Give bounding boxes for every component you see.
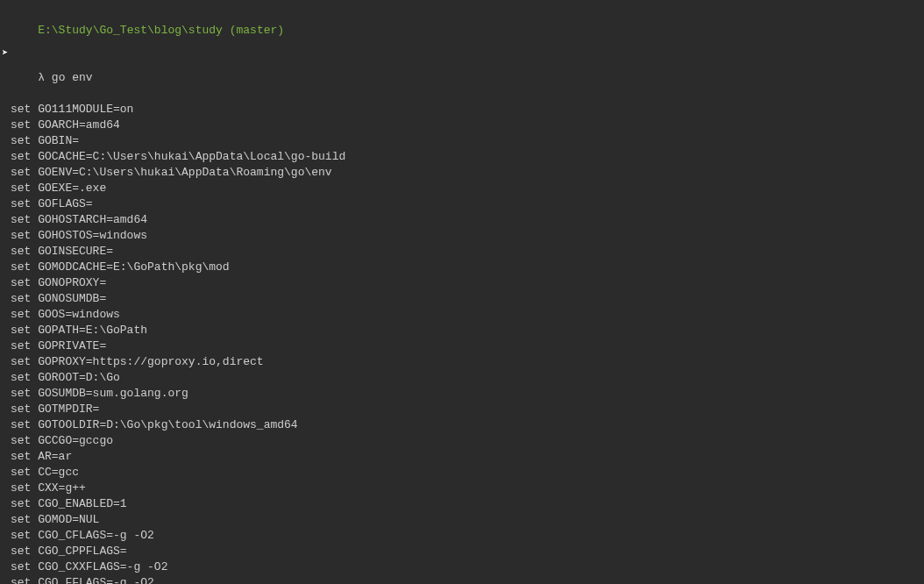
output-line: set CGO_CXXFLAGS=-g -O2	[11, 559, 913, 575]
output-line: set GOENV=C:\Users\hukai\AppData\Roaming…	[11, 165, 913, 181]
prompt-symbol: λ	[38, 71, 45, 84]
output-line: set GOFLAGS=	[11, 196, 913, 212]
output-line: set GOCACHE=C:\Users\hukai\AppData\Local…	[11, 149, 913, 165]
cursor-icon: ➤	[2, 46, 8, 61]
output-line: set CGO_CPPFLAGS=	[11, 544, 913, 559]
output-line: set GOHOSTOS=windows	[11, 228, 913, 244]
output-line: set GONOPROXY=	[11, 275, 913, 291]
output-line: set CXX=g++	[11, 481, 913, 496]
output-line: set GOROOT=D:\Go	[11, 370, 913, 386]
output-line: set GO111MODULE=on	[11, 102, 913, 118]
prompt-branch: (master)	[230, 24, 284, 37]
output-line: set CGO_ENABLED=1	[11, 496, 913, 512]
output-line: set AR=ar	[11, 449, 913, 465]
output-line: set GOPRIVATE=	[11, 338, 913, 354]
output-line: set GOOS=windows	[11, 307, 913, 323]
output-line: set GOTOOLDIR=D:\Go\pkg\tool\windows_amd…	[11, 417, 913, 433]
output-line: set GOTMPDIR=	[11, 402, 913, 417]
output-line: set GOPATH=E:\GoPath	[11, 323, 913, 338]
terminal-window[interactable]: E:\Study\Go_Test\blog\study (master) λ g…	[11, 7, 913, 584]
output-line: set CGO_CFLAGS=-g -O2	[11, 528, 913, 544]
output-line: set GOMOD=NUL	[11, 512, 913, 528]
output-line: set GOEXE=.exe	[11, 181, 913, 196]
output-line: set CC=gcc	[11, 465, 913, 481]
output-line: set GOPROXY=https://goproxy.io,direct	[11, 354, 913, 370]
command-text: go env	[52, 71, 93, 84]
output-line: set GONOSUMDB=	[11, 291, 913, 307]
command-line: λ go env	[11, 54, 913, 102]
output-line: set GOMODCACHE=E:\GoPath\pkg\mod	[11, 260, 913, 275]
output-line: set GOHOSTARCH=amd64	[11, 212, 913, 228]
prompt-path: E:\Study\Go_Test\blog\study	[38, 24, 223, 37]
output-line: set GCCGO=gccgo	[11, 433, 913, 449]
prompt-line: E:\Study\Go_Test\blog\study (master)	[11, 7, 913, 54]
output-container: set GO111MODULE=onset GOARCH=amd64set GO…	[11, 102, 913, 584]
output-line: set GOSUMDB=sum.golang.org	[11, 386, 913, 402]
output-line: set GOINSECURE=	[11, 244, 913, 260]
output-line: set GOARCH=amd64	[11, 118, 913, 133]
output-line: set GOBIN=	[11, 133, 913, 149]
output-line: set CGO_FFLAGS=-g -O2	[11, 575, 913, 584]
